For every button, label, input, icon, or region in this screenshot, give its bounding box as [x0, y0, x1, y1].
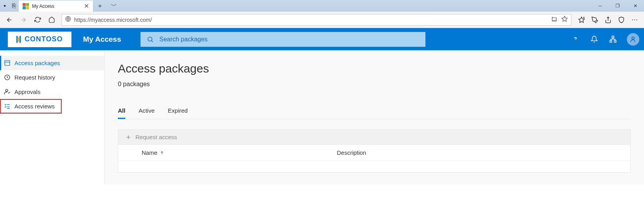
toolbar: Request access	[118, 129, 631, 145]
page-title: Access packages	[118, 62, 631, 75]
sort-asc-icon	[160, 150, 164, 155]
svg-marker-1	[562, 16, 567, 21]
checklist-icon	[4, 103, 11, 110]
browser-tab[interactable]: My Access ✕	[19, 0, 93, 12]
notifications-button[interactable]	[585, 30, 603, 49]
tab-title: My Access	[32, 4, 84, 9]
svg-rect-8	[610, 41, 612, 42]
notes-button[interactable]	[589, 14, 601, 26]
table-empty-row	[118, 161, 630, 172]
share-button[interactable]	[602, 14, 614, 26]
filter-tabs: All Active Expired	[118, 107, 631, 119]
window-titlebar: ▪ ⎘ My Access ✕ ＋ ﹀ ─ ❐ ✕	[0, 0, 644, 12]
history-icon	[4, 74, 11, 81]
forward-button[interactable]	[17, 14, 30, 26]
tab-overflow-icon[interactable]: ﹀	[107, 2, 121, 10]
search-box[interactable]: Search packages	[141, 32, 425, 47]
app-icon-2: ⎘	[9, 2, 19, 9]
help-button[interactable]	[566, 30, 585, 49]
packages-table: Name Description	[118, 145, 631, 173]
reading-view-icon[interactable]	[551, 16, 557, 24]
app-title: My Access	[83, 35, 121, 44]
column-name[interactable]: Name	[142, 149, 337, 156]
person-check-icon	[4, 88, 11, 95]
maximize-button[interactable]: ❐	[609, 3, 626, 9]
back-button[interactable]	[3, 14, 16, 26]
tab-all[interactable]: All	[118, 107, 125, 119]
package-count: 0 packages	[118, 81, 631, 88]
ms-logo-icon	[23, 3, 29, 9]
security-button[interactable]	[615, 14, 628, 26]
minimize-button[interactable]: ─	[591, 3, 609, 9]
brand-name: CONTOSO	[25, 35, 63, 43]
svg-rect-11	[5, 60, 10, 65]
svg-point-13	[5, 89, 8, 92]
tab-active[interactable]: Active	[139, 107, 155, 119]
sidebar-label: Request history	[14, 74, 55, 81]
url-text: https://myaccess.microsoft.com/	[74, 17, 547, 23]
brand-glyph-icon	[16, 36, 21, 43]
column-description[interactable]: Description	[337, 149, 366, 156]
sidebar-label: Access reviews	[14, 103, 55, 110]
app-header: CONTOSO My Access Search packages	[0, 28, 644, 50]
highlight-box: Access reviews	[0, 99, 62, 113]
refresh-button[interactable]	[31, 14, 44, 26]
new-tab-button[interactable]: ＋	[93, 2, 107, 10]
sidebar-item-access-reviews[interactable]: Access reviews	[1, 100, 58, 113]
request-access-button[interactable]: Request access	[135, 134, 177, 140]
more-button[interactable]: ⋯	[628, 14, 641, 26]
search-placeholder: Search packages	[159, 36, 208, 43]
sidebar-item-approvals[interactable]: Approvals	[0, 85, 104, 99]
svg-marker-2	[579, 17, 585, 22]
address-bar[interactable]: https://myaccess.microsoft.com/	[62, 14, 571, 26]
sidebar-label: Approvals	[14, 88, 41, 95]
svg-point-5	[148, 37, 152, 41]
sidebar-item-access-packages[interactable]: Access packages	[0, 56, 104, 70]
sidebar-item-request-history[interactable]: Request history	[0, 70, 104, 85]
close-window-button[interactable]: ✕	[626, 3, 644, 9]
search-icon	[147, 36, 154, 43]
tab-expired[interactable]: Expired	[168, 107, 188, 119]
brand-logo[interactable]: CONTOSO	[8, 32, 71, 47]
directory-button[interactable]	[603, 30, 622, 49]
globe-icon	[65, 16, 71, 23]
svg-rect-9	[614, 41, 616, 42]
home-button[interactable]	[45, 14, 58, 26]
app-icon-1: ▪	[0, 2, 9, 9]
main-content: Access packages 0 packages All Active Ex…	[105, 50, 644, 184]
table-header: Name Description	[118, 145, 630, 161]
plus-icon	[125, 134, 132, 140]
favorite-star-icon[interactable]	[561, 16, 568, 24]
user-avatar[interactable]	[627, 33, 639, 46]
svg-rect-7	[612, 36, 614, 38]
tab-close-icon[interactable]: ✕	[84, 2, 89, 10]
browser-toolbar: https://myaccess.microsoft.com/ ⋯	[0, 12, 644, 28]
sidebar-label: Access packages	[14, 60, 60, 66]
favorites-button[interactable]	[575, 14, 588, 26]
sidebar: Access packages Request history Approval…	[0, 50, 105, 184]
svg-line-6	[152, 41, 153, 42]
svg-point-10	[632, 37, 634, 39]
package-icon	[4, 60, 11, 66]
person-icon	[630, 36, 637, 43]
